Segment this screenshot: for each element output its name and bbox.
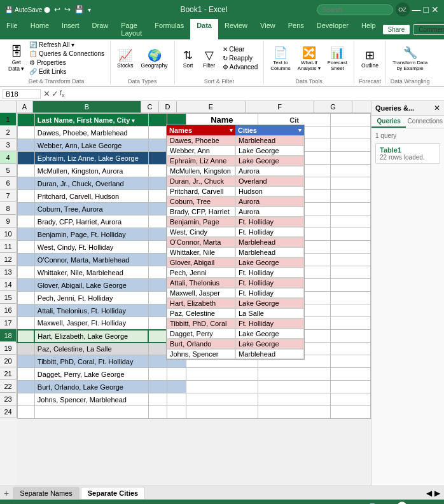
cell-a5[interactable] [17,165,34,177]
cell-a4[interactable] [17,152,34,165]
tab-pens[interactable]: Pens [282,19,310,39]
properties-button[interactable]: ⚙ Properties [27,58,106,67]
cell-a20[interactable] [17,355,34,368]
col-header-g[interactable]: G [314,101,352,112]
reapply-button[interactable]: ↻ Reapply [221,54,260,62]
name-cell[interactable]: Benjamin, Page [167,217,235,227]
cell-a22[interactable] [17,381,34,393]
city-cell[interactable]: Ft. Holliday [235,318,304,329]
cell-b21[interactable]: Dagget, Perry, Lake George [34,368,148,381]
cell-g3[interactable] [330,139,370,152]
forecast-sheet-button[interactable]: 📊 ForecastSheet [325,44,350,72]
cell-b6[interactable]: Duran, Jr., Chuck, Overland [34,177,148,190]
cell-a6[interactable] [17,177,34,190]
cell-g15[interactable] [330,292,370,304]
city-cell[interactable]: Marblehead [235,237,304,247]
cell-b2[interactable]: Dawes, Phoebe, Marblehead [34,126,148,139]
cell-c5[interactable] [148,165,167,177]
name-cell[interactable]: Tibbitt, PhD, Coral [167,318,235,329]
cell-g21[interactable] [330,368,370,381]
name-cell[interactable]: Ephraim, Liz Anne [167,156,235,166]
name-cell[interactable]: Dawes, Phoebe [167,135,235,146]
cities-filter-icon[interactable]: ▾ [298,127,302,133]
what-if-button[interactable]: 🔀 What-IfAnalysis ▾ [295,44,323,72]
tab-insert[interactable]: Insert [55,19,86,39]
cell-a15[interactable] [17,292,34,304]
cell-a9[interactable] [17,215,34,228]
cell-f21[interactable] [258,368,331,381]
cell-c9[interactable] [148,215,167,228]
cell-b10[interactable]: Benjamin, Page, Ft. Holliday [34,228,148,241]
add-sheet-icon[interactable]: + [0,487,13,500]
share-button[interactable]: Share [382,24,411,35]
cell-b13[interactable]: Whittaker, Nile, Marblehead [34,266,148,279]
cell-e24[interactable] [186,406,258,419]
cell-b1[interactable]: Last Name, First Name, City ▾ [34,114,148,126]
cell-a11[interactable] [17,241,34,254]
name-cell[interactable]: Glover, Abigail [167,257,235,268]
scroll-right-icon[interactable]: ▶ [434,489,440,498]
sort-button[interactable]: ⇅ Sort [179,47,198,70]
transform-data-button[interactable]: 🔧 Transform Databy Example [390,44,430,72]
cell-g14[interactable] [330,279,370,292]
cell-b18[interactable]: Hart, Elizabeth, Lake George [34,330,148,343]
text-to-columns-button[interactable]: 📄 Text toColumns [268,44,293,72]
city-cell[interactable]: Lake George [235,257,304,268]
cell-d22[interactable] [167,381,186,393]
cell-c20[interactable] [148,355,167,368]
search-input[interactable] [317,4,393,15]
col-header-c[interactable]: C [141,101,159,112]
cell-c12[interactable] [148,254,167,266]
panel-close-icon[interactable]: ✕ [434,104,440,112]
cell-b5[interactable]: McMullen, Kingston, Aurora [34,165,148,177]
tab-data[interactable]: Data [190,19,218,39]
city-cell[interactable]: La Salle [235,308,304,318]
cell-d24[interactable] [167,406,186,419]
cell-e23[interactable] [186,393,258,406]
cell-a16[interactable] [17,304,34,317]
zoom-slider[interactable] [380,501,419,504]
tab-connections[interactable]: Connections [406,116,444,128]
cell-d23[interactable] [167,393,186,406]
confirm-formula-icon[interactable]: ✓ [52,89,59,99]
cell-g9[interactable] [330,215,370,228]
col-header-b[interactable]: B [33,101,141,112]
cell-c18[interactable] [148,330,167,343]
tab-home[interactable]: Home [24,19,55,39]
city-cell[interactable]: Aurora [235,207,304,217]
cell-a8[interactable] [17,203,34,215]
cell-g8[interactable] [330,203,370,215]
cell-e21[interactable] [186,368,258,381]
geography-button[interactable]: 🌍 Geography [138,47,170,70]
cell-b20[interactable]: Tibbitt, PhD, Coral, Ft. Holliday [34,355,148,368]
cell-b24[interactable] [34,406,148,419]
cell-g1[interactable] [330,114,370,126]
cell-g11[interactable] [330,241,370,254]
tab-review[interactable]: Review [218,19,254,39]
name-cell[interactable]: Paz, Celestine [167,308,235,318]
city-cell[interactable]: Overland [235,176,304,186]
cell-c21[interactable] [148,368,167,381]
edit-links-button[interactable]: 🔗 Edit Links [27,67,106,76]
cancel-formula-icon[interactable]: ✕ [43,89,50,99]
city-cell[interactable]: Marblehead [235,247,304,257]
cell-b8[interactable]: Coburn, Tree, Aurora [34,203,148,215]
cell-c17[interactable] [148,317,167,330]
cell-c13[interactable] [148,266,167,279]
city-cell[interactable]: Lake George [235,298,304,308]
cell-c16[interactable] [148,304,167,317]
tab-view[interactable]: View [254,19,282,39]
cell-a14[interactable] [17,279,34,292]
cell-c10[interactable] [148,228,167,241]
name-cell[interactable]: Pritchard, Carvell [167,186,235,196]
name-cell[interactable]: Pech, Jenni [167,268,235,278]
cell-g23[interactable] [330,393,370,406]
name-cell[interactable]: Webber, Ann [167,146,235,156]
name-cell[interactable]: Hart, Elizabeth [167,298,235,308]
name-cell[interactable]: Brady, CFP, Harriet [167,207,235,217]
cell-a10[interactable] [17,228,34,241]
cell-f22[interactable] [258,381,331,393]
name-cell[interactable]: Coburn, Tree [167,196,235,207]
undo-icon[interactable]: ↩ [54,5,60,14]
city-cell[interactable]: Lake George [235,156,304,166]
